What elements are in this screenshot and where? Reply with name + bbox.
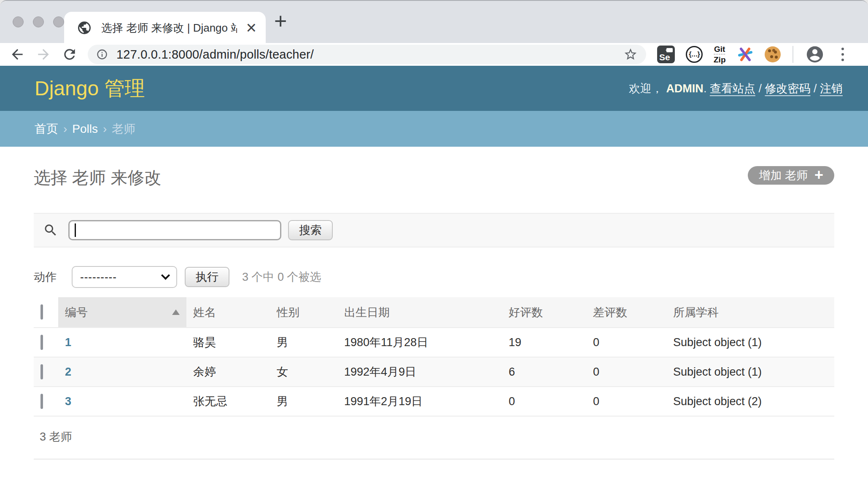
breadcrumb-home-link[interactable]: 首页 [35, 121, 58, 137]
page-info-icon[interactable] [96, 48, 108, 60]
breadcrumb-app-link[interactable]: Polls [72, 122, 98, 136]
row-checkbox[interactable] [40, 364, 43, 379]
breadcrumb: 首页 › Polls › 老师 [0, 111, 868, 147]
tab-bar: 选择 老师 来修改 | Django 站点管理 × + [0, 1, 868, 43]
gitzip-extension-icon[interactable]: Git ~~~~~ Zip [714, 46, 726, 63]
traffic-lights [13, 1, 64, 43]
extensions-area: Se {…} Git ~~~~~ Zip [657, 45, 847, 64]
selenium-extension-icon[interactable]: Se [657, 46, 675, 63]
column-header-name[interactable]: 姓名 [186, 297, 270, 328]
chevron-down-icon [161, 271, 170, 280]
changelist-content: 选择 老师 来修改 增加 老师 + 搜索 动作 --------- 执行 3 个… [0, 166, 868, 460]
search-button[interactable]: 搜索 [288, 220, 333, 240]
table-header-row: 编号 姓名 性别 出生日期 好评数 差评数 所属学科 [34, 297, 834, 328]
bookmark-star-icon[interactable] [623, 47, 638, 62]
tab-close-icon[interactable]: × [246, 19, 256, 37]
column-header-bad[interactable]: 差评数 [586, 297, 666, 328]
breadcrumb-current: 老师 [112, 121, 135, 137]
table-row: 3 张无忌 男 1991年2月19日 0 0 Subject object (2… [34, 387, 834, 416]
reload-icon[interactable] [62, 46, 78, 62]
actions-bar: 动作 --------- 执行 3 个中 0 个被选 [34, 266, 834, 288]
footer-divider [34, 459, 834, 460]
text-caret [75, 223, 76, 237]
window-zoom-button[interactable] [53, 16, 64, 27]
row-id-link[interactable]: 1 [65, 336, 71, 349]
results-table: 编号 姓名 性别 出生日期 好评数 差评数 所属学科 1 骆昊 男 [34, 297, 834, 417]
username: ADMIN [666, 82, 704, 95]
row-id-link[interactable]: 3 [65, 395, 71, 408]
actions-label: 动作 [34, 269, 57, 285]
user-tools: 欢迎， ADMIN. 查看站点 / 修改密码 / 注销 [629, 81, 843, 96]
browser-window: 选择 老师 来修改 | Django 站点管理 × + 127.0.0.1:80… [0, 0, 868, 500]
asterisk-extension-icon[interactable] [737, 46, 754, 63]
search-toolbar: 搜索 [34, 213, 834, 247]
column-header-good[interactable]: 好评数 [502, 297, 586, 328]
browser-toolbar: 127.0.0.1:8000/admin/polls/teacher/ Se {… [0, 43, 868, 66]
select-all-checkbox[interactable] [40, 304, 43, 320]
column-header-birthday[interactable]: 出生日期 [337, 297, 502, 328]
row-checkbox[interactable] [40, 335, 43, 350]
table-row: 2 余婷 女 1992年4月9日 6 0 Subject object (1) [34, 357, 834, 387]
row-checkbox[interactable] [40, 394, 43, 409]
url-bar[interactable]: 127.0.0.1:8000/admin/polls/teacher/ [88, 45, 646, 64]
camera-glyph-icon [666, 48, 673, 52]
column-header-subject[interactable]: 所属学科 [666, 297, 834, 328]
welcome-text: 欢迎， [629, 82, 663, 95]
json-viewer-extension-icon[interactable]: {…} [686, 46, 703, 63]
column-header-id[interactable]: 编号 [58, 297, 186, 328]
tab-title: 选择 老师 来修改 | Django 站点管理 [101, 21, 237, 35]
table-row: 1 骆昊 男 1980年11月28日 19 0 Subject object (… [34, 328, 834, 357]
browser-menu-icon[interactable] [841, 48, 844, 61]
window-close-button[interactable] [13, 16, 24, 27]
execute-button[interactable]: 执行 [185, 267, 229, 287]
back-icon[interactable] [9, 46, 25, 62]
url-text: 127.0.0.1:8000/admin/polls/teacher/ [116, 48, 314, 62]
window-minimize-button[interactable] [33, 16, 44, 27]
result-count: 3 老师 [34, 429, 834, 444]
toolbar-divider [793, 46, 793, 63]
selection-counter: 3 个中 0 个被选 [242, 269, 321, 285]
new-tab-button[interactable]: + [274, 8, 287, 34]
view-site-link[interactable]: 查看站点 [710, 82, 755, 95]
browser-tab[interactable]: 选择 老师 来修改 | Django 站点管理 × [64, 12, 266, 44]
row-id-link[interactable]: 2 [65, 366, 71, 378]
column-header-gender[interactable]: 性别 [270, 297, 337, 328]
page-title: 选择 老师 来修改 [34, 166, 161, 189]
profile-avatar[interactable] [805, 45, 825, 64]
sort-ascending-icon[interactable] [172, 309, 180, 315]
cookie-extension-icon[interactable] [765, 46, 781, 62]
admin-header: Django 管理 欢迎， ADMIN. 查看站点 / 修改密码 / 注销 [0, 66, 868, 111]
plus-icon: + [814, 167, 823, 183]
logout-link[interactable]: 注销 [820, 82, 843, 95]
site-name-link[interactable]: Django 管理 [35, 75, 145, 102]
add-teacher-button[interactable]: 增加 老师 + [748, 166, 834, 185]
search-input[interactable] [68, 220, 281, 240]
forward-icon[interactable] [35, 46, 51, 62]
globe-favicon-icon [77, 20, 92, 35]
search-icon [43, 223, 58, 238]
change-password-link[interactable]: 修改密码 [765, 82, 810, 95]
action-select[interactable]: --------- [72, 266, 177, 288]
